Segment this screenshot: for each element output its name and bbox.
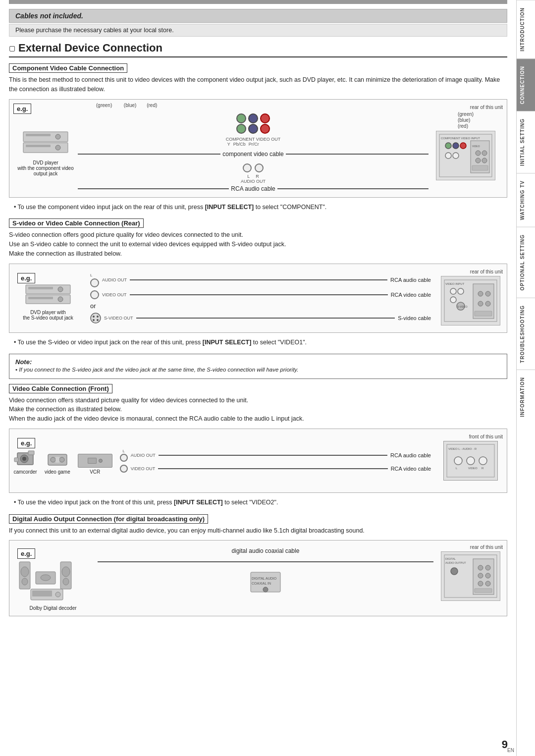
sidebar-tab-optional-setting[interactable]: OPTIONAL SETTING	[517, 227, 535, 298]
svg-point-10	[460, 143, 466, 149]
page-title-row: ▢ External Device Connection	[9, 42, 507, 57]
audio-out-label: AUDIO OUT	[241, 179, 266, 184]
svg-point-11	[445, 153, 451, 159]
svideo-tv-right: rear of this unit VIDEO INPUT S-VIDEO	[438, 269, 503, 327]
video-front-diagram: e.g. camcorder	[9, 429, 507, 493]
component-bullet: • To use the component video input jack …	[9, 203, 507, 212]
svg-point-50	[51, 457, 55, 462]
svg-rect-25	[28, 297, 53, 299]
svg-point-30	[97, 319, 99, 321]
svg-rect-1	[23, 143, 68, 153]
svg-point-80	[451, 568, 458, 575]
svg-point-33	[450, 288, 456, 294]
svg-point-22	[58, 287, 63, 292]
video-front-section: Video Cable Connection (Front) Video con…	[9, 384, 507, 507]
eg-label-svideo: e.g.	[17, 273, 35, 283]
sidebar-tab-introduction[interactable]: INTRODUCTION	[517, 0, 535, 58]
blue-label: (blue)	[121, 103, 136, 108]
svg-point-27	[93, 316, 95, 318]
dvd-svideo-label: DVD player withthe S-video output jack	[23, 310, 73, 321]
video-front-body: Video connection offers standard picture…	[9, 396, 507, 424]
svg-rect-24	[28, 287, 53, 289]
svg-point-85	[485, 573, 490, 578]
front-devices-left: e.g. camcorder	[13, 434, 112, 487]
page-en: EN	[507, 748, 514, 753]
camcorder-svg	[13, 449, 37, 468]
rear-label-svideo: rear of this unit	[438, 269, 503, 274]
audio-connectors-svideo: L	[90, 273, 99, 287]
sidebar-tab-initial-setting[interactable]: INITIAL SETTING	[517, 111, 535, 173]
svg-point-65	[41, 575, 51, 581]
front-audio-connectors: L	[120, 449, 128, 462]
svg-text:VIDEO: VIDEO	[472, 145, 480, 148]
svg-text:COAXIAL IN: COAXIAL IN	[252, 582, 271, 585]
sidebar-tab-watching-tv[interactable]: WATCHING TV	[517, 173, 535, 227]
svg-rect-5	[26, 145, 51, 147]
rca-video-label-svideo: RCA video cable	[391, 292, 431, 298]
sidebar-tab-information[interactable]: INFORMATION	[517, 370, 535, 424]
dvd-svideo-svg	[23, 284, 73, 306]
video-game-device: video game	[45, 450, 70, 475]
note-box: Note: • If you connect to the S-video ja…	[9, 354, 507, 378]
svg-point-26	[91, 313, 101, 323]
digital-connector-svg: DIGITAL AUDIO COAXIAL IN	[246, 567, 285, 597]
svg-rect-52	[55, 457, 59, 463]
digital-audio-tv-right: rear of this unit DIGITAL AUDIO OUTPUT	[438, 544, 503, 601]
svideo-header: S-video or Video Cable Connection (Rear)	[9, 218, 507, 228]
svg-point-40	[485, 291, 490, 296]
front-audio-out-label: AUDIO OUT	[131, 453, 156, 458]
front-bullet: • To use the video input jack on the fro…	[9, 498, 507, 507]
video-front-header: Video Cable Connection (Front)	[9, 384, 507, 393]
camcorder-label: camcorder	[13, 469, 37, 475]
rca-audio-label-svideo: RCA audio cable	[390, 277, 431, 283]
green-label: (green)	[96, 103, 112, 108]
digital-audio-body: If you connect this unit to an external …	[9, 526, 507, 536]
dvd-player-left: e.g. DVD playerwith the component video	[13, 105, 78, 192]
tv-rear-digital: DIGITAL AUDIO OUTPUT	[441, 551, 500, 601]
tv-front-panel: VIDEO L - AUDIO - R L VIDEO R	[443, 441, 498, 481]
camcorder-device: camcorder	[13, 449, 37, 475]
front-label: front of this unit	[438, 434, 503, 439]
svg-rect-4	[26, 134, 51, 136]
front-video-connector	[120, 465, 128, 473]
sidebar-tab-troubleshooting[interactable]: TROUBLESHOOTING	[517, 298, 535, 370]
rca-audio-line: RCA audio cable	[78, 185, 428, 192]
svg-rect-70	[32, 591, 52, 596]
svideo-cable-center: L AUDIO OUT RCA audio cable VIDEO OUT RC…	[83, 269, 438, 327]
svg-point-63	[22, 578, 28, 585]
svg-point-39	[478, 291, 483, 296]
sidebar-tab-connection[interactable]: CONNECTION	[517, 58, 535, 111]
audio-connectors	[243, 163, 264, 172]
svg-point-35	[450, 297, 456, 303]
svg-point-67	[62, 567, 70, 577]
rear-label-component: rear of this unit	[428, 105, 503, 110]
main-content: Cables not included. Please purchase the…	[0, 0, 516, 638]
component-video-section: Component Video Cable Connection This is…	[9, 63, 507, 212]
dolby-devices	[18, 559, 88, 605]
component-connectors	[236, 113, 270, 134]
rear-label-digital: rear of this unit	[438, 544, 503, 550]
component-tv-right: rear of this unit (green) (blue) (red)	[428, 105, 503, 192]
svg-text:R: R	[482, 467, 484, 470]
tv-rear-svideo-svg: VIDEO INPUT S-VIDEO	[443, 279, 498, 323]
svg-point-42	[485, 301, 490, 306]
dvd-player-label: DVD playerwith the component videooutput…	[17, 160, 73, 176]
note-title: Note:	[15, 358, 501, 366]
svg-rect-48	[14, 458, 18, 462]
cables-header: Cables not included.	[9, 9, 507, 23]
video-out-row: VIDEO OUT RCA video cable	[90, 290, 431, 299]
svideo-bullet: • To use the S-video or video input jack…	[9, 338, 507, 347]
vcr-device: VCR	[78, 454, 112, 475]
svg-point-71	[55, 592, 60, 597]
dolby-label: Dolby Digital decoder	[29, 605, 76, 611]
dvd-player-svideo: e.g. DVD player withthe S-video output j…	[13, 269, 83, 327]
front-audio-row: L AUDIO OUT RCA audio cable	[120, 449, 431, 462]
svideo-body: S-video connection offers good picture q…	[9, 230, 507, 258]
component-video-body: This is the best method to connect this …	[9, 75, 507, 94]
video-game-svg	[46, 450, 69, 468]
audio-out-row: L AUDIO OUT RCA audio cable	[90, 273, 431, 287]
dolby-svg	[18, 559, 88, 604]
svg-text:COMPONENT VIDEO INPUT: COMPONENT VIDEO INPUT	[441, 137, 480, 140]
eg-label-digital: e.g.	[17, 548, 35, 559]
component-cable-line: component video cable	[78, 151, 428, 158]
